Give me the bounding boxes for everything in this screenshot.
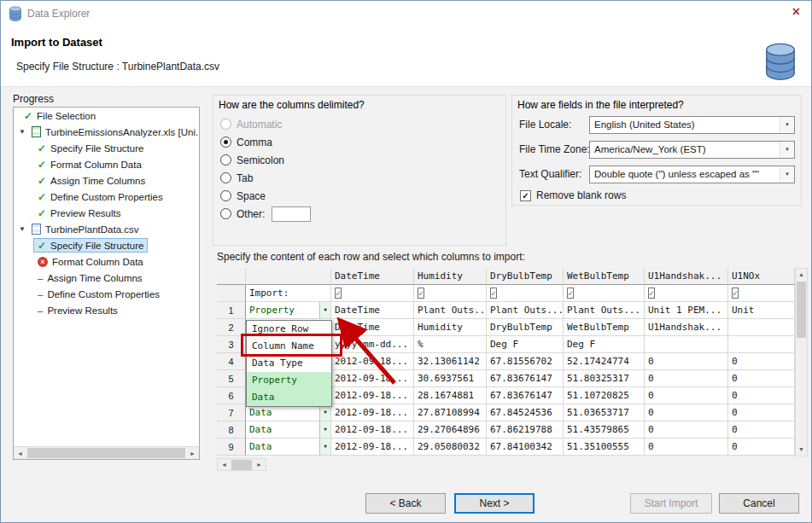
field-row-file-time-zone: File Time Zone:America/New_York (EST)▼ bbox=[519, 141, 795, 159]
field-combo-text-qualifier[interactable]: Double quote (") unless escaped as ""▼ bbox=[589, 166, 795, 183]
scroll-thumb[interactable] bbox=[27, 448, 185, 458]
scroll-up-icon[interactable]: ▲ bbox=[796, 269, 807, 281]
radio-option-other[interactable]: Other: bbox=[220, 206, 311, 221]
grid-cell bbox=[645, 336, 728, 353]
tree-item-turbineplantdata-csv[interactable]: ▼TurbinePlantData.csv bbox=[14, 221, 199, 237]
import-checkbox-cell: ✓ bbox=[487, 285, 564, 302]
tree-item-format-column-data[interactable]: ✓Format Column Data bbox=[14, 156, 199, 172]
grid-cell: 67.86219788 bbox=[487, 421, 564, 439]
radio-icon[interactable] bbox=[220, 154, 231, 166]
grid-cell bbox=[728, 319, 795, 336]
tree-item-format-column-data[interactable]: ×Format Column Data bbox=[14, 253, 199, 270]
grid-cell: Deg F bbox=[487, 336, 564, 353]
tree-item-assign-time-columns[interactable]: ✓Assign Time Columns bbox=[14, 172, 199, 189]
dash-icon: – bbox=[38, 289, 43, 299]
import-checkbox[interactable]: ✓ bbox=[648, 288, 655, 299]
tree-item-specify-file-structure[interactable]: ✓Specify File Structure bbox=[14, 140, 199, 156]
remove-blank-rows-checkbox[interactable]: ✓ Remove blank rows bbox=[520, 189, 626, 201]
dropdown-button[interactable]: ▼ bbox=[319, 302, 330, 318]
check-icon: ✓ bbox=[38, 207, 46, 219]
wizard-header: Import to Dataset Specify File Structure… bbox=[1, 26, 811, 87]
radio-option-space[interactable]: Space bbox=[220, 189, 266, 203]
dropdown-item-data[interactable]: Data bbox=[247, 389, 331, 406]
window-title: Data Explorer bbox=[27, 8, 90, 20]
grid-cell: 0 bbox=[645, 370, 728, 387]
tree-item-define-custom-properties[interactable]: –Define Custom Properties bbox=[14, 286, 199, 302]
expander-icon[interactable]: ▼ bbox=[17, 128, 27, 136]
checkbox-check-icon[interactable]: ✓ bbox=[520, 190, 531, 201]
grid-vertical-scrollbar[interactable]: ▲ ▼ bbox=[795, 268, 808, 456]
radio-icon[interactable] bbox=[220, 190, 231, 201]
field-combo-file-time-zone[interactable]: America/New_York (EST)▼ bbox=[589, 141, 795, 159]
row-type-cell[interactable]: Data▼ bbox=[246, 439, 331, 456]
grid-cell: 51.35100555 bbox=[564, 439, 645, 456]
scroll-thumb[interactable] bbox=[797, 282, 806, 338]
tree-horizontal-scrollbar[interactable]: ◄ ► bbox=[14, 446, 199, 459]
grid-cell: 29.05080032 bbox=[414, 439, 487, 456]
radio-option-comma[interactable]: Comma bbox=[220, 135, 272, 149]
radio-option-automatic[interactable]: Automatic bbox=[220, 117, 282, 131]
dropdown-button[interactable]: ▼ bbox=[319, 439, 330, 455]
grid-cell: 27.87108994 bbox=[414, 404, 487, 421]
tree-item-turbineemissionsanalyzer-xls-uni[interactable]: ▼TurbineEmissionsAnalyzer.xls [Uni... bbox=[14, 124, 199, 140]
field-combo-file-locale[interactable]: English (United States)▼ bbox=[589, 116, 795, 134]
radio-icon[interactable] bbox=[220, 172, 231, 183]
import-checkbox[interactable]: ✓ bbox=[732, 288, 739, 299]
import-checkbox[interactable]: ✓ bbox=[418, 288, 424, 299]
import-checkbox[interactable]: ✓ bbox=[490, 288, 497, 299]
tree-item-preview-results[interactable]: ✓Preview Results bbox=[14, 205, 199, 221]
grid-header-u1nox: U1NOx bbox=[728, 268, 795, 285]
radio-icon[interactable] bbox=[220, 208, 231, 219]
grid-horizontal-scrollbar[interactable]: ◄ ► bbox=[217, 458, 266, 471]
check-icon: ✓ bbox=[38, 175, 46, 187]
close-icon[interactable]: × bbox=[792, 4, 800, 20]
radio-icon[interactable] bbox=[220, 137, 231, 148]
dropdown-item-data-type[interactable]: Data Type bbox=[247, 355, 331, 372]
tree-item-specify-file-structure[interactable]: ✓Specify File Structure bbox=[14, 237, 199, 253]
tree-item-file-selection[interactable]: ✓File Selection bbox=[14, 108, 199, 124]
back-button[interactable]: < Back bbox=[365, 493, 446, 514]
tree-item-preview-results[interactable]: –Preview Results bbox=[14, 302, 199, 318]
import-grid: DateTimeHumidityDryBulbTempWetBulbTempU1… bbox=[217, 268, 808, 456]
import-checkbox[interactable]: ✓ bbox=[567, 288, 574, 299]
radio-icon[interactable] bbox=[220, 119, 231, 130]
expander-icon[interactable]: ▼ bbox=[17, 225, 27, 233]
row-type-cell[interactable]: Data▼ bbox=[246, 404, 331, 421]
chevron-down-icon[interactable]: ▼ bbox=[780, 166, 794, 183]
radio-label: Other: bbox=[237, 208, 265, 220]
grid-header-wetbulbtemp: WetBulbTemp bbox=[564, 268, 645, 285]
scroll-left-icon[interactable]: ◄ bbox=[218, 462, 231, 468]
scroll-down-icon[interactable]: ▼ bbox=[796, 444, 807, 456]
next-button[interactable]: Next > bbox=[454, 493, 535, 514]
radio-option-tab[interactable]: Tab bbox=[220, 171, 253, 185]
scroll-left-icon[interactable]: ◄ bbox=[14, 450, 26, 456]
scroll-right-icon[interactable]: ► bbox=[186, 450, 199, 456]
grid-cell: % bbox=[414, 336, 487, 353]
tree-item-define-custom-properties[interactable]: ✓Define Custom Properties bbox=[14, 189, 199, 205]
grid-cell: 52.17424774 bbox=[564, 353, 645, 370]
other-delimiter-input[interactable] bbox=[272, 206, 311, 222]
tree-item-inner: ✓File Selection bbox=[20, 108, 100, 123]
scroll-right-icon[interactable]: ► bbox=[253, 462, 266, 468]
row-type-cell[interactable]: Property▼ bbox=[246, 302, 331, 319]
grid-cell: Unit 1 PEM... bbox=[645, 302, 728, 319]
scroll-thumb[interactable] bbox=[231, 460, 252, 470]
tree-item-assign-time-columns[interactable]: –Assign Time Columns bbox=[14, 270, 199, 286]
import-checkbox[interactable]: ✓ bbox=[335, 288, 342, 299]
chevron-down-icon[interactable]: ▼ bbox=[780, 142, 794, 158]
dropdown-item-ignore-row[interactable]: Ignore Row bbox=[247, 321, 331, 338]
check-icon: ✓ bbox=[38, 159, 46, 171]
chevron-down-icon[interactable]: ▼ bbox=[780, 117, 794, 133]
dropdown-item-property[interactable]: Property bbox=[247, 372, 331, 389]
fields-question: How are fields in the file interpreted? bbox=[517, 99, 684, 111]
radio-option-semicolon[interactable]: Semicolon bbox=[220, 153, 284, 167]
grid-cell: 0 bbox=[645, 439, 728, 456]
tree-item-inner: ✓Preview Results bbox=[33, 206, 126, 220]
grid-header-drybulbtemp: DryBulbTemp bbox=[487, 268, 564, 285]
dropdown-button[interactable]: ▼ bbox=[319, 421, 330, 438]
cancel-button[interactable]: Cancel bbox=[719, 493, 799, 514]
grid-cell: 2012-09-18... bbox=[331, 353, 414, 370]
error-icon: × bbox=[38, 257, 48, 267]
dropdown-item-column-name[interactable]: Column Name bbox=[247, 338, 331, 355]
row-type-cell[interactable]: Data▼ bbox=[246, 421, 331, 439]
